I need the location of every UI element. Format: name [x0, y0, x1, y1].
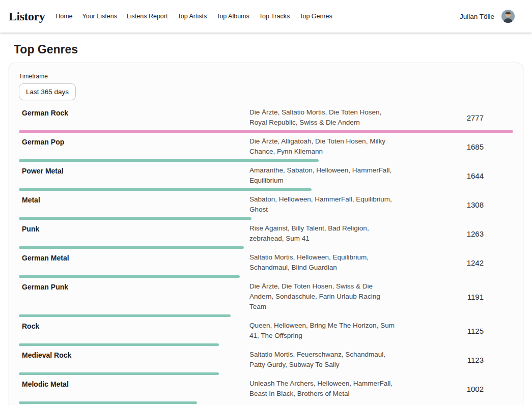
genre-bar: [19, 401, 197, 404]
genre-bar: [19, 188, 312, 191]
genre-count: 1002: [398, 385, 510, 393]
genre-artists: Die Ärzte, Saltatio Mortis, Die Toten Ho…: [249, 107, 398, 128]
user-avatar[interactable]: [501, 10, 515, 23]
genre-table: German Rock Die Ärzte, Saltatio Mortis, …: [19, 107, 513, 405]
timeframe-select[interactable]: Last 365 days: [19, 83, 76, 100]
genre-count: 2777: [398, 113, 510, 122]
genre-bar: [19, 314, 231, 317]
genre-count: 1242: [398, 258, 510, 267]
genre-artists: Saltatio Mortis, Feuerschwanz, Schandmau…: [249, 350, 398, 370]
genre-bar-track: [19, 130, 513, 133]
genre-artists: Die Ärzte, Die Toten Hosen, Swiss & Die …: [249, 281, 398, 312]
genre-row-content: German Pop Die Ärzte, Alligatoah, Die To…: [19, 136, 513, 157]
genre-name: Rock: [22, 321, 249, 331]
genre-row-content: Metal Sabaton, Helloween, HammerFall, Eq…: [19, 194, 513, 215]
genre-row: German Pop Die Ärzte, Alligatoah, Die To…: [19, 136, 513, 162]
nav-item-listens-report[interactable]: Listens Report: [127, 13, 168, 20]
genre-row: Punk Rise Against, Billy Talent, Bad Rel…: [19, 223, 513, 249]
genre-count: 1685: [398, 142, 510, 151]
genre-bar-track: [19, 401, 513, 404]
genre-name: German Pop: [22, 136, 249, 147]
nav-item-top-albums[interactable]: Top Albums: [216, 13, 249, 20]
genre-artists: Sabaton, Helloween, HammerFall, Equilibr…: [249, 194, 398, 215]
genre-row-content: Power Metal Amaranthe, Sabaton, Hellowee…: [19, 165, 513, 186]
genre-row: German Metal Saltatio Mortis, Helloween,…: [19, 252, 513, 278]
genre-bar-track: [19, 372, 513, 375]
genre-name: German Punk: [22, 281, 249, 292]
timeframe-label: Timeframe: [19, 73, 513, 80]
page-body: Top Genres Timeframe Last 365 days Germa…: [0, 43, 532, 405]
genre-count: 1308: [398, 200, 510, 209]
genre-artists: Die Ärzte, Alligatoah, Die Toten Hosen, …: [249, 136, 398, 157]
genre-row-content: Punk Rise Against, Billy Talent, Bad Rel…: [19, 223, 513, 244]
genre-artists: Saltatio Mortis, Helloween, Equilibrium,…: [249, 252, 398, 273]
genre-bar: [19, 246, 244, 249]
app-header: Listory Home Your Listens Listens Report…: [0, 0, 532, 33]
genre-row-content: Medieval Rock Saltatio Mortis, Feuerschw…: [19, 350, 513, 370]
genre-name: German Rock: [22, 107, 249, 118]
genre-row: Melodic Metal Unleash The Archers, Hello…: [19, 379, 513, 404]
genre-bar: [19, 130, 513, 133]
nav-item-top-artists[interactable]: Top Artists: [177, 13, 207, 20]
genre-bar: [19, 343, 219, 346]
genre-row-content: German Rock Die Ärzte, Saltatio Mortis, …: [19, 107, 513, 128]
nav-item-home[interactable]: Home: [55, 13, 72, 20]
genre-row: Power Metal Amaranthe, Sabaton, Hellowee…: [19, 165, 513, 191]
genre-artists: Queen, Helloween, Bring Me The Horizon, …: [249, 321, 398, 341]
genre-row: Rock Queen, Helloween, Bring Me The Hori…: [19, 321, 513, 346]
main-nav: Home Your Listens Listens Report Top Art…: [55, 13, 332, 20]
nav-item-top-tracks[interactable]: Top Tracks: [259, 13, 290, 20]
top-genres-card: Timeframe Last 365 days German Rock Die …: [9, 63, 523, 405]
genre-bar: [19, 372, 219, 375]
genre-name: Melodic Metal: [22, 379, 249, 389]
genre-artists: Rise Against, Billy Talent, Bad Religion…: [249, 223, 398, 244]
user-name: Julian Tölle: [460, 13, 494, 20]
genre-row-content: Melodic Metal Unleash The Archers, Hello…: [19, 379, 513, 399]
genre-name: Metal: [22, 194, 249, 205]
page-title: Top Genres: [14, 43, 518, 56]
genre-bar-track: [19, 314, 513, 317]
app-logo[interactable]: Listory: [9, 10, 45, 23]
nav-item-your-listens[interactable]: Your Listens: [82, 13, 117, 20]
genre-bar-track: [19, 275, 513, 278]
genre-row-content: German Metal Saltatio Mortis, Helloween,…: [19, 252, 513, 273]
genre-bar-track: [19, 246, 513, 249]
genre-bar-track: [19, 343, 513, 346]
genre-count: 1191: [398, 293, 510, 301]
genre-bar: [19, 159, 319, 162]
genre-count: 1263: [398, 229, 510, 238]
genre-name: Power Metal: [22, 165, 249, 176]
genre-bar: [19, 275, 240, 278]
genre-count: 1644: [398, 171, 510, 180]
genre-bar-track: [19, 217, 513, 220]
nav-item-top-genres[interactable]: Top Genres: [299, 13, 332, 20]
genre-artists: Unleash The Archers, Helloween, HammerFa…: [249, 379, 398, 399]
genre-row-content: Rock Queen, Helloween, Bring Me The Hori…: [19, 321, 513, 341]
genre-row-content: German Punk Die Ärzte, Die Toten Hosen, …: [19, 281, 513, 312]
genre-row: German Rock Die Ärzte, Saltatio Mortis, …: [19, 107, 513, 133]
genre-count: 1123: [398, 356, 510, 364]
genre-name: Medieval Rock: [22, 350, 249, 360]
genre-row: German Punk Die Ärzte, Die Toten Hosen, …: [19, 281, 513, 317]
genre-count: 1125: [398, 327, 510, 335]
avatar-image: [501, 10, 515, 23]
genre-row: Medieval Rock Saltatio Mortis, Feuerschw…: [19, 350, 513, 375]
genre-artists: Amaranthe, Sabaton, Helloween, HammerFal…: [249, 165, 398, 186]
genre-name: Punk: [22, 223, 249, 234]
genre-bar-track: [19, 188, 513, 191]
genre-name: German Metal: [22, 252, 249, 263]
genre-bar: [19, 217, 251, 220]
genre-row: Metal Sabaton, Helloween, HammerFall, Eq…: [19, 194, 513, 220]
genre-bar-track: [19, 159, 513, 162]
